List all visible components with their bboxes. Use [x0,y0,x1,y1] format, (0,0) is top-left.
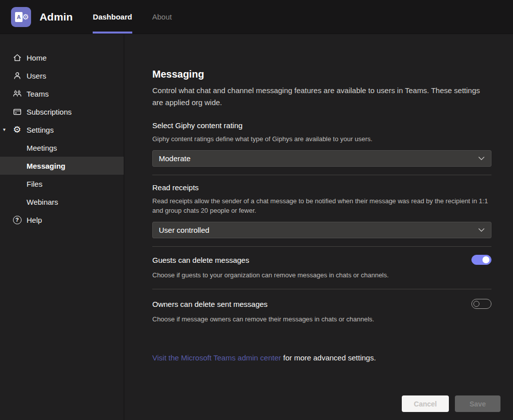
sidebar-item-webinars[interactable]: Webinars [0,193,124,211]
main-content: Messaging Control what chat and channel … [125,35,513,420]
sidebar-item-messaging[interactable]: Messaging [0,157,124,175]
tab-dashboard[interactable]: Dashboard [93,0,132,34]
giphy-rating-value: Moderate [159,154,478,163]
sidebar: Home Users Teams [0,35,124,420]
giphy-rating-select[interactable]: Moderate [152,150,491,167]
read-receipts-label: Read receipts [152,183,491,192]
sidebar-item-label: Users [27,72,46,80]
teams-people-icon [12,89,22,99]
sidebar-item-teams[interactable]: Teams [0,85,124,103]
header-tabs: Dashboard About [93,0,192,34]
help-icon: ? [12,216,22,224]
user-icon [12,71,22,81]
giphy-rating-description: Giphy content ratings define what type o… [152,134,491,144]
sidebar-item-label: Files [0,180,43,188]
sidebar-item-home[interactable]: Home [0,49,124,67]
save-button[interactable]: Save [455,395,500,412]
caret-down-icon: ▾ [3,127,6,132]
read-receipts-description: Read receipts allow the sender of a chat… [152,196,491,215]
app-header: A ⚙ Admin Dashboard About [0,0,513,34]
sidebar-item-users[interactable]: Users [0,67,124,85]
app-title: Admin [40,11,73,23]
home-icon [12,53,22,63]
sidebar-item-label: Subscriptions [27,108,72,116]
section-divider [152,246,491,247]
teams-admin-center-link[interactable]: Visit the Microsoft Teams admin center [152,353,281,362]
section-divider [152,175,491,175]
owners-delete-description: Choose if message owners can remove thei… [152,314,491,324]
app-window: A ⚙ Admin Dashboard About Home Users [0,0,513,420]
sidebar-item-label: Meetings [0,144,57,152]
sidebar-item-meetings[interactable]: Meetings [0,139,124,157]
advanced-settings-sentence: Visit the Microsoft Teams admin center f… [152,353,491,362]
sidebar-item-label: Teams [27,90,49,98]
tab-about[interactable]: About [152,0,172,34]
toggle-knob [482,256,489,263]
guests-delete-label: Guests can delete messages [152,256,249,264]
sidebar-item-label: Webinars [0,198,58,206]
giphy-rating-label: Select Giphy content rating [152,121,491,130]
admin-app-icon: A ⚙ [11,7,31,27]
sidebar-item-label: Help [27,216,42,224]
footer-actions: Cancel Save [402,395,500,412]
section-divider [152,289,491,289]
sidebar-item-label: Settings [27,126,54,134]
guests-delete-toggle[interactable] [471,255,491,265]
sidebar-item-files[interactable]: Files [0,175,124,193]
sidebar-item-label: Messaging [0,162,66,170]
card-icon [12,107,22,117]
page-title: Messaging [152,69,491,80]
sidebar-item-settings[interactable]: ▾ ⚙ Settings [0,121,124,139]
chevron-down-icon [478,156,485,161]
admin-letter-glyph: A [15,12,23,22]
guests-delete-description: Choose if guests to your organization ca… [152,270,491,280]
sidebar-item-help[interactable]: ? Help [0,211,124,229]
chevron-down-icon [478,228,485,232]
advanced-settings-suffix: for more advanced settings. [281,353,376,362]
read-receipts-select[interactable]: User controlled [152,222,491,238]
owners-delete-toggle[interactable] [471,299,491,309]
owners-delete-label: Owners can delete sent messages [152,300,268,308]
read-receipts-value: User controlled [159,226,478,234]
gear-glyph-icon: ⚙ [23,13,29,21]
sidebar-item-subscriptions[interactable]: Subscriptions [0,103,124,121]
page-subtitle: Control what chat and channel messaging … [152,85,491,109]
cancel-button[interactable]: Cancel [402,395,449,412]
toggle-knob [473,301,479,307]
sidebar-item-label: Home [27,54,47,62]
settings-gear-icon: ⚙ [12,125,22,134]
